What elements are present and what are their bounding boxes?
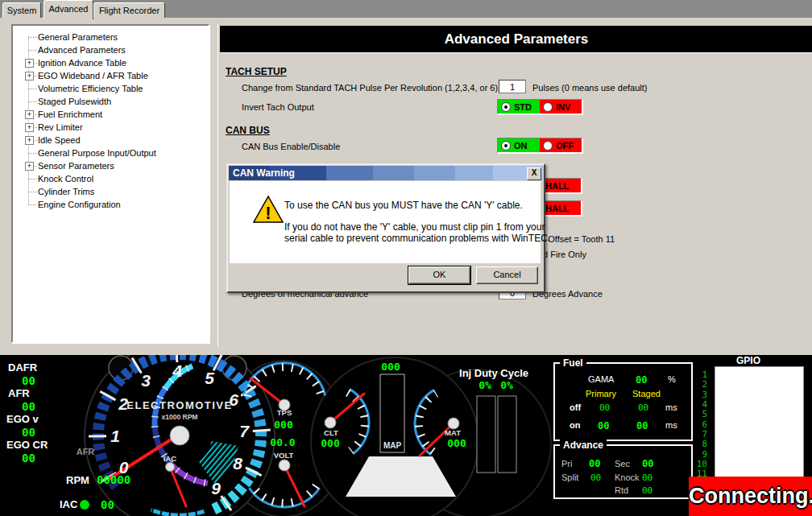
radio-inv[interactable]: INV — [540, 100, 582, 114]
tach-brand-label: ELECTROMOTIVE — [126, 399, 232, 411]
tab-system[interactable]: System — [2, 2, 41, 18]
fuel-col-primary: Primary — [586, 389, 616, 398]
tach-pulse-input[interactable] — [499, 80, 526, 93]
clt-gauge-label: CLT — [324, 428, 338, 437]
fuel-off-label: off — [570, 402, 581, 412]
afr-label: AFR — [8, 387, 30, 399]
tree-item-cylinder-trims[interactable]: Cylinder Trims — [13, 186, 208, 199]
advance-group-title: Advance — [560, 440, 607, 451]
dafr-value: 00 — [22, 374, 35, 387]
page-title: Advanced Parameters — [220, 26, 812, 53]
radio-off[interactable]: OFF — [540, 138, 582, 152]
radio-std[interactable]: STD — [498, 100, 540, 114]
tree-item-general-purpose-io[interactable]: General Purpose Input/Output — [13, 147, 208, 160]
knock-label: Knock — [615, 473, 640, 482]
tach-scale-8: 8 — [233, 454, 242, 473]
expand-plus-icon[interactable]: + — [25, 59, 34, 68]
radio-on[interactable]: ON — [498, 138, 540, 152]
fuel-on-staged-value: 00 — [636, 420, 648, 431]
rpm-label: RPM — [66, 474, 89, 486]
tree-item-idle-speed[interactable]: +Idle Speed — [13, 134, 208, 147]
parameter-tree: General Parameters Advanced Parameters +… — [11, 24, 209, 343]
fuel-col-staged: Staged — [632, 389, 661, 398]
dialog-titlebar[interactable]: CAN Warning — [229, 166, 543, 180]
radio-selected-icon — [501, 141, 511, 151]
invert-tach-label: Invert Tach Output — [242, 102, 314, 112]
gpio-list-box[interactable] — [715, 366, 804, 478]
tach-scale-3: 3 — [141, 371, 151, 390]
sec-label: Sec — [615, 459, 630, 469]
expand-plus-icon[interactable]: + — [25, 110, 34, 119]
tps-value: 000 — [274, 419, 293, 431]
fuel-on-primary-value: 00 — [598, 420, 609, 431]
gama-value: 00 — [636, 374, 647, 386]
tach-units-label: x1000 RPM — [162, 413, 198, 421]
fuel-on-unit: ms — [665, 420, 677, 430]
expand-plus-icon[interactable]: + — [25, 136, 34, 145]
can-bus-radiogroup: ON OFF — [497, 138, 582, 153]
map-gauge-label: MAP — [383, 441, 402, 450]
rtd-label: Rtd — [615, 485, 628, 495]
tach-pulse-label: Change from Standard TACH Pulse Per Revo… — [242, 83, 498, 93]
tree-item-advanced-parameters[interactable]: Advanced Parameters — [13, 44, 208, 57]
inj-duty-bar-1 — [477, 396, 495, 473]
ok-button[interactable]: OK — [408, 266, 470, 284]
tach-scale-1: 1 — [110, 427, 120, 445]
mat-value: 000 — [447, 437, 466, 449]
expand-plus-icon[interactable]: + — [25, 123, 34, 132]
tree-item-ignition-advance-table[interactable]: +Ignition Advance Table — [13, 57, 208, 70]
gama-unit: % — [668, 374, 676, 384]
pri-label: Pri — [561, 459, 572, 469]
afr-value: 00 — [22, 400, 35, 413]
tab-strip: System Advanced Flight Recorder — [0, 0, 812, 18]
radio-selected-icon — [501, 102, 511, 112]
svg-text:!: ! — [265, 203, 271, 223]
split-value: 00 — [590, 473, 601, 483]
gpio-pin-2: 2 — [693, 379, 707, 390]
pri-value: 00 — [589, 458, 600, 469]
expand-plus-icon[interactable]: + — [25, 72, 34, 80]
invert-tach-radiogroup: STD INV — [497, 99, 582, 114]
inj-duty-value-2: 0% — [500, 379, 513, 391]
ego-cr-label: EGO CR — [6, 439, 48, 451]
tree-item-general-parameters[interactable]: General Parameters — [13, 31, 208, 44]
tree-item-sensor-parameters[interactable]: +Sensor Parameters — [13, 160, 208, 173]
fuel-off-unit: ms — [665, 402, 677, 412]
cancel-button[interactable]: Cancel — [476, 266, 538, 284]
tree-item-knock-control[interactable]: Knock Control — [13, 173, 208, 186]
tach-scale-9: 9 — [211, 479, 221, 497]
volt-gauge-label: VOLT — [274, 451, 294, 460]
tree-item-rev-limiter[interactable]: +Rev Limiter — [13, 122, 208, 134]
gpio-pin-8: 8 — [693, 439, 707, 449]
dialog-body: ! To use the CAN bus you MUST have the C… — [230, 181, 541, 263]
gama-label: GAMA — [588, 374, 614, 384]
tree-item-volumetric-efficiency-table[interactable]: Volumetric Efficiency Table — [13, 83, 208, 96]
inj-duty-value-1: 0% — [478, 379, 491, 391]
tree-item-fuel-enrichment[interactable]: +Fuel Enrichment — [13, 109, 208, 122]
inj-duty-title: Inj Duty Cycle — [459, 367, 528, 379]
tab-advanced[interactable]: Advanced — [44, 0, 93, 19]
fuel-off-primary-value: 00 — [599, 402, 610, 413]
tree-item-staged-pulsewidth[interactable]: Staged Pulsewidth — [13, 96, 208, 109]
gpio-title: GPIO — [733, 355, 764, 366]
afr-gauge-label: AFR — [77, 447, 95, 456]
dialog-title: CAN Warning — [233, 167, 295, 179]
close-icon[interactable]: X — [527, 167, 541, 180]
tach-scale-6: 6 — [229, 390, 238, 409]
iac-status-dot — [80, 500, 89, 510]
ego-cr-value: 00 — [22, 452, 35, 464]
can-bus-enable-label: CAN Bus Enable/Disable — [242, 142, 340, 151]
tree-item-engine-configuration[interactable]: Engine Configuration — [13, 199, 208, 212]
radio-unselected-icon — [543, 141, 553, 151]
tach-setup-heading: TACH SETUP — [226, 66, 287, 77]
fuel-on-label: on — [570, 420, 580, 430]
tab-flight-recorder[interactable]: Flight Recorder — [93, 2, 165, 18]
mat-gauge-label: MAT — [445, 428, 461, 437]
dialog-message-line2: If you do not have the 'Y' cable, you mu… — [284, 221, 545, 233]
dialog-message-line3: serial cable to prevent communication pr… — [284, 233, 550, 244]
ego-v-value: 00 — [22, 426, 35, 439]
tree-item-ego-wideband-afr-table[interactable]: +EGO Wideband / AFR Table — [13, 70, 208, 83]
can-warning-dialog: CAN Warning X ! To use the CAN bus you M… — [226, 163, 545, 293]
expand-plus-icon[interactable]: + — [25, 162, 34, 171]
tach-scale-7: 7 — [239, 422, 250, 440]
